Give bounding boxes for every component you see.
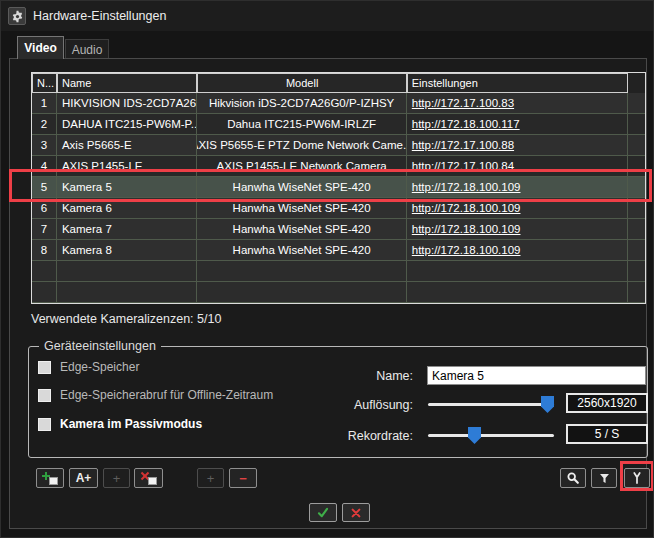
cell-model: AXIS P1455-LE Network Camera (197, 156, 406, 177)
search-icon (566, 471, 580, 485)
passive-mode-checkbox[interactable] (38, 418, 51, 431)
wrench-icon (630, 471, 644, 485)
table-row[interactable]: 7 Kamera 7 Hanwha WiseNet SPE-420 http:/… (32, 219, 645, 240)
resolution-label: Auflösung: (313, 398, 413, 412)
camera-settings-link[interactable]: http://172.17.100.83 (412, 97, 514, 109)
table-row[interactable]: 4 AXIS P1455-LE AXIS P1455-LE Network Ca… (32, 156, 645, 177)
camera-settings-link[interactable]: http://172.18.100.109 (412, 244, 521, 256)
add-item-button-disabled[interactable]: + (197, 468, 224, 488)
cell-number: 2 (32, 114, 57, 135)
hardware-settings-dialog: Hardware-Einstellungen Video Audio N... … (0, 0, 654, 538)
name-label: Name: (313, 369, 413, 383)
cell-filler (628, 93, 645, 114)
recordrate-value: 5 / S (566, 424, 648, 444)
cell-number: 1 (32, 93, 57, 114)
cell-empty (407, 282, 628, 303)
license-count-text: Verwendete Kameralizenzen: 5/10 (31, 312, 221, 326)
add-camera-button[interactable] (36, 468, 64, 488)
cell-name: Kamera 7 (57, 219, 198, 240)
table-row[interactable]: 6 Kamera 6 Hanwha WiseNet SPE-420 http:/… (32, 198, 645, 219)
cell-settings: http://172.18.100.117 (407, 114, 628, 135)
passive-mode-row: Kamera im Passivmodus (38, 417, 202, 431)
cell-model: Hikvision iDS-2CD7A26G0/P-IZHSY (197, 93, 406, 114)
cell-empty (628, 282, 645, 303)
cell-model: Hanwha WiseNet SPE-420 (197, 219, 406, 240)
camera-settings-link[interactable]: http://172.18.100.109 (412, 181, 521, 193)
cell-filler (628, 198, 645, 219)
cell-settings: http://172.18.100.109 (407, 219, 628, 240)
cancel-button[interactable] (342, 503, 370, 522)
edge-retrieval-label: Edge-Speicherabruf für Offline-Zeitraum (60, 388, 273, 402)
gear-icon (8, 7, 26, 25)
group-title: Geräteeinstellungen (39, 339, 161, 353)
x-icon (350, 507, 362, 519)
table-row[interactable]: 2 DAHUA ITC215-PW6M-P... Dahua ITC215-PW… (32, 114, 645, 135)
table-row[interactable]: 3 Axis P5665-E AXIS P5655-E PTZ Dome Net… (32, 135, 645, 156)
tab-video[interactable]: Video (17, 36, 64, 59)
camera-settings-link[interactable]: http://172.18.100.109 (412, 223, 521, 235)
column-header-filler (628, 73, 645, 93)
column-header-number[interactable]: N... (32, 73, 57, 93)
add-camera-icon (42, 472, 58, 485)
camera-name-input[interactable] (427, 366, 646, 385)
cell-number: 8 (32, 240, 57, 261)
edge-storage-checkbox[interactable] (38, 361, 51, 374)
cell-settings: http://172.17.100.83 (407, 93, 628, 114)
cell-name: Kamera 5 (57, 177, 198, 198)
camera-settings-link[interactable]: http://172.18.100.117 (412, 118, 520, 130)
cell-model: Dahua ITC215-PW6M-IRLZF (197, 114, 406, 135)
remove-camera-icon (141, 472, 157, 485)
confirm-button[interactable] (309, 503, 337, 522)
cell-number: 3 (32, 135, 57, 156)
edge-retrieval-row: Edge-Speicherabruf für Offline-Zeitraum (38, 388, 273, 402)
filter-button[interactable] (591, 468, 617, 488)
camera-settings-link[interactable]: http://172.17.100.84 (412, 160, 514, 172)
cell-settings: http://172.18.100.109 (407, 198, 628, 219)
remove-item-button[interactable]: − (229, 468, 257, 488)
passive-mode-label: Kamera im Passivmodus (60, 417, 202, 431)
cell-settings: http://172.17.100.84 (407, 156, 628, 177)
cell-empty (57, 282, 198, 303)
recordrate-slider[interactable] (428, 434, 554, 437)
cell-filler (628, 114, 645, 135)
edge-storage-label: Edge-Speicher (60, 360, 139, 374)
camera-settings-link[interactable]: http://172.17.100.88 (412, 139, 514, 151)
check-icon (316, 506, 330, 519)
cell-name: HIKVISION IDS-2CD7A26 (57, 93, 198, 114)
table-row[interactable]: 1 HIKVISION IDS-2CD7A26 Hikvision iDS-2C… (32, 93, 645, 114)
hardware-settings-button[interactable] (624, 468, 650, 488)
cell-model: Hanwha WiseNet SPE-420 (197, 240, 406, 261)
resolution-value: 2560x1920 (566, 393, 648, 413)
column-header-name[interactable]: Name (57, 73, 198, 93)
resolution-slider[interactable] (428, 403, 554, 406)
cell-filler (628, 219, 645, 240)
tab-audio[interactable]: Audio (65, 39, 109, 59)
remove-camera-button[interactable] (134, 468, 163, 488)
camera-table: N... Name Modell Einstellungen 1 HIKVISI… (31, 72, 646, 304)
cell-settings: http://172.18.100.109 (407, 240, 628, 261)
add-button-disabled[interactable]: + (103, 468, 130, 488)
cell-name: Kamera 8 (57, 240, 198, 261)
table-header: N... Name Modell Einstellungen (32, 73, 645, 93)
cell-filler (628, 177, 645, 198)
cell-number: 7 (32, 219, 57, 240)
column-header-settings[interactable]: Einstellungen (407, 73, 628, 93)
filter-icon (598, 472, 611, 485)
cell-number: 5 (32, 177, 57, 198)
column-header-model[interactable]: Modell (197, 73, 406, 93)
cell-name: AXIS P1455-LE (57, 156, 198, 177)
cell-empty (57, 261, 198, 282)
cell-name: DAHUA ITC215-PW6M-P... (57, 114, 198, 135)
search-button[interactable] (560, 468, 586, 488)
table-row-selected[interactable]: 5 Kamera 5 Hanwha WiseNet SPE-420 http:/… (32, 177, 645, 198)
cell-settings: http://172.17.100.88 (407, 135, 628, 156)
cell-model: Hanwha WiseNet SPE-420 (197, 198, 406, 219)
cell-empty (32, 261, 57, 282)
auto-add-camera-button[interactable]: A+ (69, 468, 98, 488)
cell-empty (32, 282, 57, 303)
cell-filler (628, 156, 645, 177)
table-row[interactable]: 8 Kamera 8 Hanwha WiseNet SPE-420 http:/… (32, 240, 645, 261)
camera-settings-link[interactable]: http://172.18.100.109 (412, 202, 521, 214)
edge-retrieval-checkbox[interactable] (38, 389, 51, 402)
window-title: Hardware-Einstellungen (33, 9, 166, 23)
